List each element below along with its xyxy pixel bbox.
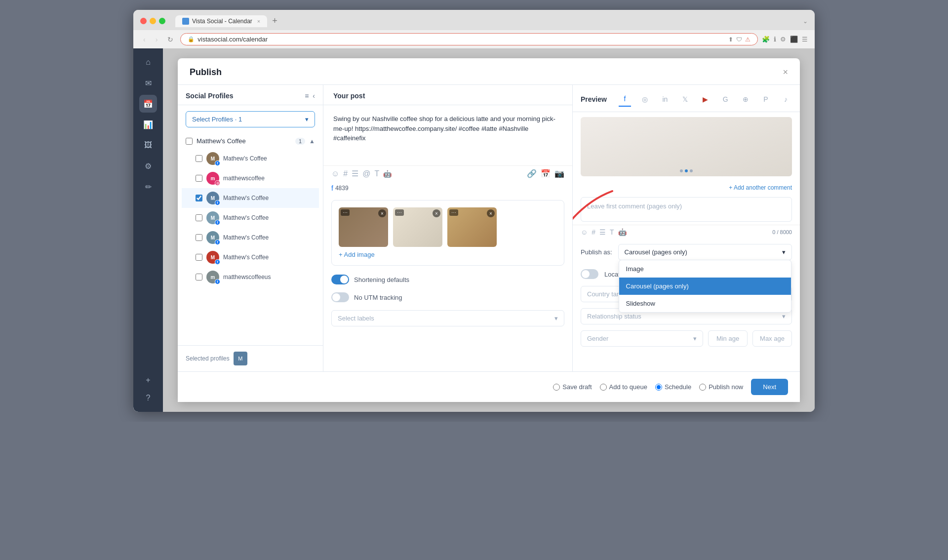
- comment-list-icon[interactable]: ☰: [599, 228, 606, 236]
- select-labels-dropdown[interactable]: Select labels ▾: [331, 310, 564, 326]
- profile-checkbox-6[interactable]: [196, 274, 202, 280]
- profile-checkbox-2[interactable]: [196, 195, 202, 201]
- save-draft-radio[interactable]: Save draft: [553, 383, 592, 391]
- nav-messages[interactable]: ✉: [139, 74, 157, 92]
- group-expand-icon[interactable]: ▲: [309, 138, 315, 145]
- profile-group-header[interactable]: Matthew's Coffee 1 ▲: [182, 133, 319, 149]
- add-comment-link[interactable]: + Add another comment: [573, 181, 800, 194]
- add-to-queue-radio-input[interactable]: [600, 384, 607, 391]
- social-tab-g[interactable]: G: [719, 92, 732, 107]
- collapse-icon[interactable]: ‹: [313, 92, 315, 100]
- img-close-2[interactable]: ×: [487, 209, 495, 217]
- nav-media[interactable]: 🖼: [139, 136, 157, 154]
- dropdown-item-carousel[interactable]: Carousel (pages only): [619, 278, 791, 295]
- comment-emoji-icon[interactable]: ☺: [581, 228, 588, 236]
- img-menu-2[interactable]: ⋯: [449, 209, 458, 216]
- minimize-traffic-light[interactable]: [150, 18, 156, 24]
- nav-publish[interactable]: ✏: [139, 178, 157, 196]
- group-checkbox[interactable]: [186, 138, 193, 145]
- profile-item-1[interactable]: m ◎ matthewscoffee: [182, 168, 319, 188]
- comment-area[interactable]: Leave first comment (pages only): [581, 197, 792, 222]
- select-profiles-dropdown[interactable]: Select Profiles · 1 ▾: [186, 111, 315, 127]
- hashtag-icon[interactable]: #: [343, 169, 348, 178]
- dropdown-item-slideshow[interactable]: Slideshow: [619, 295, 791, 312]
- img-menu-0[interactable]: ⋯: [341, 209, 350, 216]
- profile-item-3[interactable]: M f Matthew's Coffee: [182, 208, 319, 228]
- dot-0: [680, 169, 683, 172]
- camera-icon[interactable]: 📷: [554, 169, 564, 178]
- profile-checkbox-3[interactable]: [196, 214, 202, 221]
- image-grid: ⋯ × ⋯ × ⋯ ×: [339, 207, 557, 247]
- profile-checkbox-1[interactable]: [196, 175, 202, 182]
- social-tab-pi[interactable]: P: [759, 92, 772, 107]
- profile-avatar-6: m f: [206, 271, 219, 283]
- min-age-input[interactable]: Min age: [708, 330, 748, 347]
- tab-close-btn[interactable]: ×: [257, 18, 260, 24]
- social-tab-th[interactable]: ⊕: [740, 92, 752, 107]
- profile-checkbox-4[interactable]: [196, 234, 202, 241]
- img-close-1[interactable]: ×: [433, 209, 440, 217]
- address-bar[interactable]: 🔒 vistasocial.com/calendar ⬆ 🛡 ⚠: [180, 33, 758, 45]
- list-icon[interactable]: ☰: [352, 169, 358, 178]
- profile-item-0[interactable]: M f Mathew's Coffee: [182, 149, 319, 168]
- text-icon[interactable]: T: [375, 169, 380, 178]
- location-toggle[interactable]: [581, 269, 598, 279]
- nav-analytics[interactable]: 📊: [139, 116, 157, 133]
- max-age-input[interactable]: Max age: [752, 330, 792, 347]
- calendar-icon[interactable]: 📅: [541, 169, 551, 178]
- social-tab-yt[interactable]: ▶: [699, 92, 711, 107]
- next-button[interactable]: Next: [751, 379, 788, 395]
- profile-item-6[interactable]: m f matthewscoffeeus: [182, 267, 319, 287]
- mention-icon[interactable]: @: [362, 169, 370, 178]
- dropdown-item-image[interactable]: Image: [619, 260, 791, 278]
- save-draft-radio-input[interactable]: [553, 384, 560, 391]
- modal-close-button[interactable]: ×: [783, 67, 788, 78]
- emoji-icon[interactable]: ☺: [331, 169, 339, 178]
- link-icon[interactable]: 🔗: [527, 169, 537, 178]
- shortening-toggle[interactable]: [331, 275, 349, 284]
- nav-settings[interactable]: ⚙: [139, 157, 157, 175]
- profile-checkbox-5[interactable]: [196, 254, 202, 261]
- nav-add[interactable]: +: [139, 371, 157, 389]
- comment-hashtag-icon[interactable]: #: [592, 228, 595, 236]
- nav-help[interactable]: ?: [139, 389, 157, 407]
- filter-icon[interactable]: ≡: [305, 92, 309, 100]
- gender-select[interactable]: Gender ▾: [581, 330, 703, 347]
- schedule-radio-input[interactable]: [655, 384, 662, 391]
- profile-checkbox-0[interactable]: [196, 155, 202, 162]
- warning-icon: ⚠: [745, 36, 750, 43]
- active-tab[interactable]: Vista Social - Calendar ×: [175, 15, 267, 27]
- schedule-radio[interactable]: Schedule: [655, 383, 691, 391]
- social-tab-ig[interactable]: ◎: [639, 92, 651, 107]
- add-to-queue-radio[interactable]: Add to queue: [600, 383, 647, 391]
- fb-indicator: f 4839: [323, 181, 572, 195]
- reload-button[interactable]: ↻: [164, 34, 176, 45]
- publish-as-dropdown[interactable]: Carousel (pages only) ▾ Image Carousel (…: [618, 244, 792, 260]
- nav-calendar[interactable]: 📅: [139, 95, 157, 113]
- social-tab-fb[interactable]: f: [619, 92, 631, 107]
- close-traffic-light[interactable]: [140, 18, 147, 24]
- comment-text-icon[interactable]: T: [610, 228, 614, 236]
- ai-icon[interactable]: 🤖: [383, 170, 392, 178]
- publish-now-radio[interactable]: Publish now: [699, 383, 743, 391]
- profile-item-4[interactable]: M f Matthew's Coffee: [182, 228, 319, 247]
- comment-ai-icon[interactable]: 🤖: [618, 228, 627, 236]
- forward-button[interactable]: ›: [153, 34, 161, 45]
- profile-item-2[interactable]: M f Matthew's Coffee: [182, 188, 319, 208]
- publish-now-radio-input[interactable]: [699, 384, 706, 391]
- shield-icon: 🛡: [736, 36, 742, 43]
- utm-toggle[interactable]: [331, 292, 349, 302]
- maximize-traffic-light[interactable]: [159, 18, 165, 24]
- post-text-area[interactable]: Swing by our Nashville coffee shop for a…: [331, 112, 564, 161]
- profile-item-5[interactable]: M f Matthew's Coffee: [182, 247, 319, 267]
- social-tab-tw[interactable]: 𝕏: [679, 92, 691, 107]
- social-tab-tk[interactable]: ♪: [780, 92, 792, 107]
- add-image-button[interactable]: + Add image: [339, 251, 557, 258]
- nav-home[interactable]: ⌂: [139, 53, 157, 71]
- back-button[interactable]: ‹: [140, 34, 149, 45]
- img-menu-1[interactable]: ⋯: [395, 209, 404, 216]
- social-tab-li[interactable]: in: [659, 92, 672, 107]
- app-content: ⌂ ✉ 📅 📊 🖼 ⚙ ✏ + ? Publish ×: [133, 48, 815, 412]
- new-tab-button[interactable]: +: [269, 15, 280, 27]
- img-close-0[interactable]: ×: [378, 209, 386, 217]
